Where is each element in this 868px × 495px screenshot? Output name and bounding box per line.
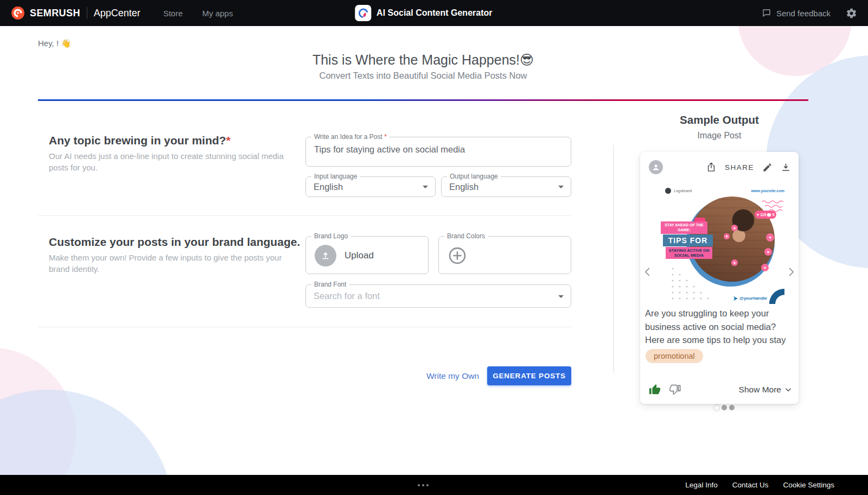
ribbon-top: STAY AHEAD OF THE GAME: bbox=[661, 221, 707, 234]
chevron-right-icon[interactable] bbox=[785, 266, 797, 278]
semrush-brand: SEMRUSH bbox=[30, 8, 80, 19]
thumb-up-icon[interactable] bbox=[649, 384, 661, 396]
required-mark: * bbox=[226, 134, 231, 147]
idea-input[interactable] bbox=[314, 144, 561, 155]
dropdown-caret-icon bbox=[558, 295, 564, 298]
upload-label: Upload bbox=[344, 250, 374, 261]
top-bar: SEMRUSH AppCenter Store My apps AI Socia… bbox=[0, 0, 868, 26]
heart-icon: ♥ bbox=[766, 233, 774, 242]
brand-font-label: Brand Font bbox=[311, 281, 349, 288]
idea-input-field[interactable]: Write an Idea for a Post * bbox=[305, 137, 571, 167]
pagination-dot-active[interactable] bbox=[714, 405, 719, 410]
add-icon[interactable] bbox=[448, 246, 467, 265]
chevron-left-icon[interactable] bbox=[642, 266, 654, 278]
page: SEMRUSH AppCenter Store My apps AI Socia… bbox=[0, 0, 868, 495]
section-divider bbox=[38, 327, 571, 327]
post-website: www.yoursite.com bbox=[751, 189, 784, 193]
gradient-divider bbox=[38, 99, 808, 101]
corner-swoosh bbox=[768, 288, 784, 304]
write-my-own-link[interactable]: Write my Own bbox=[426, 371, 479, 381]
page-subtitle: Convert Texts into Beautiful Social Medi… bbox=[0, 71, 846, 81]
sample-output-title: Sample Output bbox=[640, 113, 799, 126]
output-language-select[interactable]: Output language English bbox=[441, 176, 571, 197]
nav-store[interactable]: Store bbox=[163, 9, 183, 18]
nav-my-apps[interactable]: My apps bbox=[202, 9, 233, 18]
card-footer: Show More bbox=[649, 382, 792, 397]
feedback-icon bbox=[762, 8, 771, 18]
edit-icon[interactable] bbox=[762, 162, 773, 173]
topic-section-description: Our AI needs just a one-line input to cr… bbox=[49, 150, 290, 173]
brand-colors-label: Brand Colors bbox=[444, 232, 488, 240]
brand-font-select[interactable]: Brand Font bbox=[305, 284, 571, 308]
app-logo-icon bbox=[355, 5, 371, 21]
dropdown-caret-icon bbox=[558, 186, 564, 188]
top-nav: Store My apps bbox=[163, 9, 233, 18]
page-title: This is Where the Magic Happens!😎 bbox=[0, 52, 846, 68]
heart-icon: ♥ bbox=[761, 264, 769, 271]
topic-section-heading: Any topic brewing in your mind?* bbox=[49, 134, 231, 147]
post-brand-name: Logobrand bbox=[674, 189, 692, 193]
card-header: SHARE bbox=[649, 160, 791, 175]
brand-colors-add[interactable]: Brand Colors bbox=[438, 236, 571, 274]
comments-count: 5 bbox=[772, 213, 774, 217]
heart-icon: ♥ bbox=[764, 248, 772, 256]
dots-decoration bbox=[671, 266, 712, 300]
generate-posts-button[interactable]: GENERATE POSTS bbox=[487, 366, 571, 385]
ribbon-main: TIPS FOR bbox=[663, 234, 713, 246]
comment-icon bbox=[767, 213, 771, 217]
pagination-dot[interactable] bbox=[729, 405, 735, 410]
sample-post-image: Logobrand www.yoursite.com ♥ 115 5 STAY … bbox=[655, 183, 786, 306]
semrush-logo-icon bbox=[11, 6, 25, 20]
gear-icon[interactable] bbox=[846, 8, 857, 19]
sample-post-card: SHARE Logobrand www.yoursite.com bbox=[640, 152, 799, 404]
dropdown-caret-icon bbox=[423, 186, 428, 188]
header-actions: Send feedback bbox=[762, 8, 857, 19]
vertical-divider bbox=[613, 145, 614, 373]
footer-link-cookies[interactable]: Cookie Settings bbox=[783, 481, 834, 489]
idea-input-label: Write an Idea for a Post * bbox=[311, 133, 390, 141]
pagination-dot[interactable] bbox=[722, 405, 727, 410]
post-caption: Are you struggling to keep your business… bbox=[645, 307, 796, 347]
brand-section-heading: Customize your posts in your brand langu… bbox=[49, 236, 300, 249]
app-title: AI Social Content Generator bbox=[376, 8, 492, 18]
heart-icon: ♥ bbox=[724, 233, 730, 239]
font-search-input[interactable] bbox=[314, 291, 552, 301]
share-label[interactable]: SHARE bbox=[725, 163, 754, 172]
show-more-button[interactable]: Show More bbox=[739, 385, 792, 395]
carousel-pagination bbox=[714, 405, 735, 410]
brand-logo-upload[interactable]: Brand Logo Upload bbox=[305, 236, 429, 274]
brand-logo-label: Brand Logo bbox=[311, 232, 350, 240]
ribbon-bottom: STAYING ACTIVE ON SOCIAL MEDIA bbox=[666, 247, 712, 259]
output-language-value: English bbox=[449, 177, 478, 196]
post-brand-logo-icon bbox=[665, 188, 671, 194]
footer-link-legal[interactable]: Legal Info bbox=[685, 481, 717, 489]
thumb-down-icon[interactable] bbox=[669, 384, 681, 396]
app-header: AI Social Content Generator bbox=[355, 0, 492, 26]
send-feedback-button[interactable]: Send feedback bbox=[762, 8, 831, 18]
footer-link-contact[interactable]: Contact Us bbox=[732, 481, 769, 489]
promotional-tag: promotional bbox=[646, 349, 703, 363]
chevron-down-icon bbox=[784, 386, 792, 394]
heart-icon: ♥ bbox=[731, 225, 738, 231]
greeting: Hey, ! 👋 bbox=[38, 39, 71, 48]
footer: Legal Info Contact Us Cookie Settings bbox=[0, 475, 868, 495]
section-divider bbox=[38, 215, 571, 216]
input-language-value: English bbox=[314, 177, 343, 196]
download-icon[interactable] bbox=[781, 162, 791, 173]
appcenter-label: AppCenter bbox=[94, 8, 141, 19]
share-icon[interactable] bbox=[706, 162, 717, 173]
brand-section-description: Make them your own! Provide a few inputs… bbox=[49, 252, 290, 275]
avatar-icon bbox=[649, 160, 663, 174]
upload-icon bbox=[315, 245, 336, 266]
sample-output-subtitle: Image Post bbox=[640, 131, 799, 141]
post-handle: @yourhandle bbox=[733, 296, 767, 301]
brand-divider bbox=[87, 7, 87, 19]
input-language-select[interactable]: Input language English bbox=[305, 176, 436, 197]
brand-block: SEMRUSH AppCenter Store My apps bbox=[11, 6, 233, 20]
send-feedback-label: Send feedback bbox=[776, 9, 831, 18]
more-options-icon[interactable] bbox=[418, 484, 429, 486]
heart-icon: ♥ bbox=[731, 259, 738, 266]
likes-count: 115 bbox=[760, 213, 766, 217]
likes-badge: ♥ 115 5 bbox=[755, 211, 776, 219]
send-icon bbox=[733, 296, 738, 301]
